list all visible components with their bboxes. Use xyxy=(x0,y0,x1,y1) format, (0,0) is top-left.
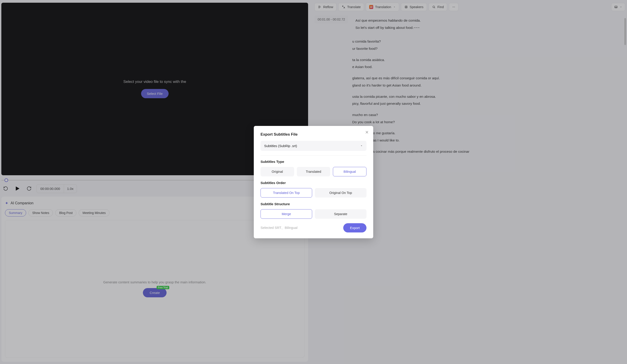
structure-option-merge[interactable]: Merge xyxy=(261,209,312,219)
modal-overlay: Export Subtitles File Subtitles (SubRip … xyxy=(0,0,627,364)
close-button[interactable] xyxy=(365,130,369,135)
subtitles-type-label: Subtitles Type xyxy=(261,160,366,164)
export-modal: Export Subtitles File Subtitles (SubRip … xyxy=(254,126,373,238)
subtitle-structure-label: Subtitle Structure xyxy=(261,202,366,206)
export-button[interactable]: Export xyxy=(343,223,366,232)
type-option-original[interactable]: Original xyxy=(261,167,294,176)
order-option-translated-on-top[interactable]: Translated On Top xyxy=(261,188,312,198)
order-option-original-on-top[interactable]: Original On Top xyxy=(315,188,366,198)
modal-summary: Selected SRT、Bilingual xyxy=(261,226,298,230)
structure-option-separate[interactable]: Separate xyxy=(315,209,366,219)
modal-title: Export Subtitles File xyxy=(261,132,366,137)
format-select[interactable]: Subtitles (SubRip .srt) xyxy=(261,141,366,151)
subtitles-order-label: Subtitles Order xyxy=(261,181,366,185)
type-option-translated[interactable]: Translated xyxy=(297,167,330,176)
type-option-bilingual[interactable]: Bilingual xyxy=(333,167,366,176)
